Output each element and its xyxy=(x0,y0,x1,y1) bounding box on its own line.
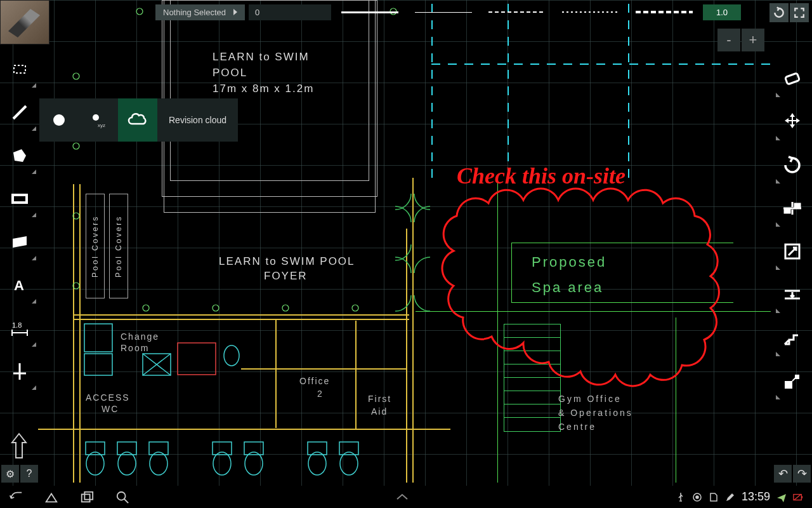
edit-status-icon xyxy=(725,492,735,502)
svg-rect-53 xyxy=(785,381,792,389)
svg-point-41 xyxy=(53,114,65,126)
rotate-tool[interactable] xyxy=(773,144,812,187)
rectangle-tool[interactable] xyxy=(0,177,39,220)
right-toolbar xyxy=(773,57,812,403)
svg-point-13 xyxy=(340,452,358,475)
svg-rect-14 xyxy=(84,324,112,352)
dimension-tool[interactable]: 1.8 xyxy=(0,307,39,350)
svg-point-28 xyxy=(352,305,358,311)
svg-line-63 xyxy=(794,494,801,500)
stairs-tool[interactable] xyxy=(773,316,812,359)
scale-tool[interactable] xyxy=(773,230,812,273)
back-nav-icon[interactable] xyxy=(9,490,23,504)
linestyle-dash3[interactable] xyxy=(629,4,699,20)
usb-icon xyxy=(676,492,686,502)
selection-label: Nothing Selected xyxy=(163,8,226,17)
select-tool[interactable] xyxy=(0,48,39,91)
recent-nav-icon[interactable] xyxy=(80,490,94,504)
svg-rect-4 xyxy=(149,442,168,455)
zoom-out-button[interactable]: - xyxy=(717,29,740,51)
cad-drawing: LEARN to SWIM POOL 17m x 8m x 1.2m LEARN… xyxy=(0,0,812,486)
svg-rect-19 xyxy=(178,343,216,375)
svg-rect-0 xyxy=(86,442,105,455)
line-tool-flyout: xyz Revision cloud xyxy=(39,98,238,142)
search-nav-icon[interactable] xyxy=(115,490,129,504)
up-arrow-icon[interactable] xyxy=(10,432,29,460)
line-tool[interactable] xyxy=(0,91,39,134)
linestyle-thin[interactable] xyxy=(409,4,478,20)
svg-rect-33 xyxy=(14,65,25,73)
svg-rect-2 xyxy=(117,442,136,455)
svg-text:1.8: 1.8 xyxy=(12,321,22,329)
svg-point-57 xyxy=(117,491,126,500)
flyout-cloud[interactable] xyxy=(118,98,157,142)
snap-tool[interactable] xyxy=(0,350,39,393)
help-button[interactable]: ? xyxy=(20,465,38,483)
svg-point-25 xyxy=(143,305,149,311)
svg-rect-12 xyxy=(339,442,358,455)
svg-point-3 xyxy=(118,452,136,475)
svg-rect-62 xyxy=(801,496,802,498)
svg-point-11 xyxy=(308,452,326,475)
settings-button[interactable]: ⚙ xyxy=(1,465,19,483)
hatch-tool[interactable] xyxy=(0,220,39,264)
flyout-circle[interactable] xyxy=(39,98,79,142)
svg-rect-55 xyxy=(82,494,90,502)
battery-icon xyxy=(793,492,803,502)
svg-rect-6 xyxy=(213,442,232,455)
svg-point-27 xyxy=(282,305,289,311)
text-tool[interactable]: A xyxy=(0,264,39,307)
svg-rect-8 xyxy=(244,442,263,455)
svg-text:A: A xyxy=(14,277,24,293)
svg-point-26 xyxy=(213,305,219,311)
svg-point-7 xyxy=(213,452,231,475)
linestyle-solid[interactable] xyxy=(335,4,405,20)
lineweight-value[interactable]: 1.0 xyxy=(703,4,741,20)
svg-line-58 xyxy=(124,498,128,502)
layer-thumbnail[interactable] xyxy=(0,0,49,44)
explode-tool[interactable] xyxy=(773,359,812,403)
svg-rect-10 xyxy=(308,442,327,455)
selection-status[interactable]: Nothing Selected xyxy=(155,4,245,20)
fullscreen-button[interactable] xyxy=(790,3,809,22)
airplane-icon xyxy=(776,492,787,502)
clock: 13:59 xyxy=(742,490,770,504)
system-navbar: 13:59 xyxy=(0,486,812,508)
drawing-canvas[interactable]: LEARN to SWIM POOL 17m x 8m x 1.2m LEARN… xyxy=(0,0,812,486)
expand-nav-icon[interactable] xyxy=(395,493,410,502)
svg-rect-56 xyxy=(84,491,93,499)
linestyle-dash1[interactable] xyxy=(482,4,552,20)
undo-top-button[interactable] xyxy=(769,3,789,22)
svg-point-5 xyxy=(150,452,167,475)
svg-rect-44 xyxy=(785,73,800,84)
erase-tool[interactable] xyxy=(773,57,812,100)
left-toolbar: A 1.8 xyxy=(0,48,39,393)
annotation-text: Check this on-site xyxy=(457,163,625,189)
svg-point-42 xyxy=(93,114,99,121)
sync-icon xyxy=(692,492,702,502)
svg-rect-15 xyxy=(84,354,112,375)
flyout-point[interactable]: xyz xyxy=(79,98,118,142)
align-tool[interactable] xyxy=(773,187,812,230)
svg-rect-48 xyxy=(795,204,800,207)
svg-point-30 xyxy=(73,143,79,149)
numeric-input[interactable]: 0 xyxy=(249,4,331,20)
offset-tool[interactable] xyxy=(773,273,812,316)
redo-bottom-button[interactable]: ↷ xyxy=(793,465,811,483)
zoom-in-button[interactable]: + xyxy=(742,29,764,51)
flyout-label: Revision cloud xyxy=(157,98,238,142)
svg-line-34 xyxy=(13,106,26,119)
svg-rect-49 xyxy=(785,210,790,213)
sd-icon xyxy=(709,492,719,502)
shape-tool[interactable] xyxy=(0,134,39,177)
revision-cloud xyxy=(419,178,736,413)
undo-bottom-button[interactable]: ↶ xyxy=(774,465,792,483)
svg-text:xyz: xyz xyxy=(98,123,105,128)
move-tool[interactable] xyxy=(773,100,812,144)
home-nav-icon[interactable] xyxy=(44,490,58,504)
linestyle-dash2[interactable] xyxy=(556,4,625,20)
svg-point-1 xyxy=(86,452,104,475)
svg-point-20 xyxy=(224,345,239,366)
svg-point-60 xyxy=(696,496,698,498)
top-toolbar: Nothing Selected 0 1.0 xyxy=(155,3,741,21)
